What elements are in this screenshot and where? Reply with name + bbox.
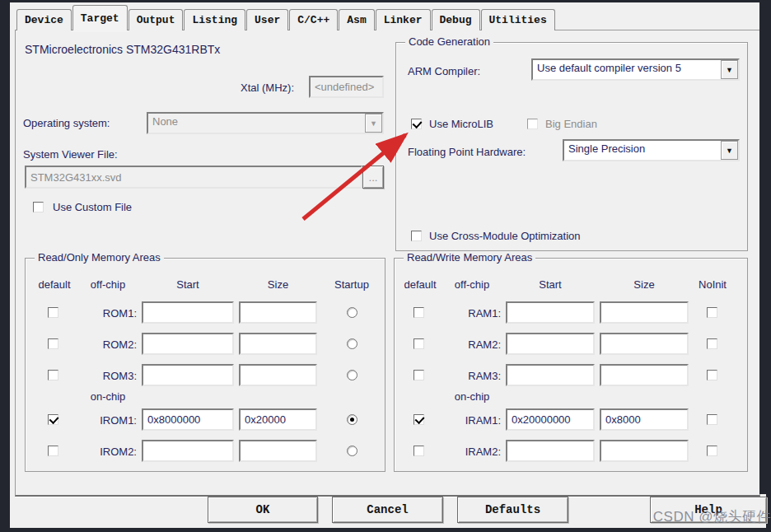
irom2-label: IROM2:: [79, 446, 137, 458]
use-custom-file-label: Use Custom File: [53, 201, 132, 213]
rom2-label: ROM2:: [79, 338, 137, 351]
chevron-down-icon: ▼: [365, 114, 382, 133]
rom3-label: ROM3:: [79, 370, 137, 382]
onchip-label: on-chip: [446, 390, 498, 403]
big-endian-checkbox: [527, 119, 538, 129]
rom1-default-checkbox[interactable]: [48, 307, 58, 318]
big-endian-label: Big Endian: [545, 118, 597, 130]
ram2-noinit-checkbox[interactable]: [707, 338, 717, 349]
arm-compiler-value: Use default compiler version 5: [533, 60, 721, 79]
irom1-size-input[interactable]: [239, 408, 317, 431]
tab-target[interactable]: Target: [72, 5, 128, 30]
ram2-label: RAM2:: [443, 338, 501, 351]
iram2-noinit-checkbox[interactable]: [707, 446, 717, 456]
tab-device[interactable]: Device: [16, 9, 72, 30]
rom2-size-input[interactable]: [239, 333, 317, 355]
cross-module-optimization-checkbox[interactable]: [411, 231, 422, 241]
rom2-default-checkbox[interactable]: [48, 338, 58, 349]
iram1-default-checkbox[interactable]: [414, 414, 424, 425]
ram3-start-input[interactable]: [506, 364, 595, 386]
rom2-startup-radio[interactable]: [347, 338, 357, 349]
ram1-start-input[interactable]: [506, 301, 595, 324]
tab-asm[interactable]: Asm: [339, 9, 374, 30]
rom2-start-input[interactable]: [142, 333, 234, 355]
ram2-default-checkbox[interactable]: [414, 338, 424, 349]
help-button[interactable]: Help: [650, 497, 767, 523]
rom1-size-input[interactable]: [239, 301, 317, 324]
iram1-noinit-checkbox[interactable]: [707, 414, 717, 425]
iram1-size-input[interactable]: [600, 408, 689, 431]
cancel-button[interactable]: Cancel: [332, 497, 443, 523]
tab-output[interactable]: Output: [128, 9, 184, 30]
col-header-default: default: [399, 278, 442, 291]
tab-debug[interactable]: Debug: [432, 9, 480, 30]
ram3-size-input[interactable]: [600, 364, 689, 386]
floating-point-hardware-label: Floating Point Hardware:: [408, 146, 526, 158]
rom1-start-input[interactable]: [142, 301, 234, 324]
rom1-startup-radio[interactable]: [347, 307, 357, 318]
rom3-start-input[interactable]: [142, 364, 234, 386]
cross-module-optimization-label: Use Cross-Module Optimization: [429, 230, 581, 242]
ram1-noinit-checkbox[interactable]: [707, 307, 717, 318]
tab-listing[interactable]: Listing: [184, 9, 245, 30]
irom1-startup-radio[interactable]: [347, 414, 357, 425]
col-header-offchip: off-chip: [446, 278, 498, 291]
iram1-start-input[interactable]: [506, 408, 595, 431]
ram3-noinit-checkbox[interactable]: [707, 370, 717, 380]
ok-button[interactable]: OK: [208, 497, 318, 523]
system-viewer-file-input: [25, 166, 362, 189]
rom3-default-checkbox[interactable]: [48, 370, 58, 380]
operating-system-combo: None ▼: [147, 112, 384, 134]
ram3-label: RAM3:: [443, 370, 501, 382]
read-only-memory-title: Read/Only Memory Areas: [35, 251, 164, 264]
chevron-down-icon[interactable]: ▼: [721, 60, 738, 79]
defaults-button[interactable]: Defaults: [457, 497, 568, 523]
irom2-startup-radio[interactable]: [347, 446, 357, 456]
tab-linker[interactable]: Linker: [376, 9, 431, 30]
irom2-default-checkbox[interactable]: [48, 446, 58, 456]
tab-user[interactable]: User: [246, 9, 288, 30]
code-generation-title: Code Generation: [405, 35, 493, 48]
iram1-label: IRAM1:: [443, 414, 501, 427]
iram2-label: IRAM2:: [443, 446, 501, 458]
floating-point-hardware-value: Single Precision: [564, 141, 721, 160]
tab-utilities[interactable]: Utilities: [481, 9, 555, 30]
operating-system-value: None: [148, 114, 365, 133]
use-custom-file-checkbox[interactable]: [33, 202, 44, 212]
chevron-down-icon[interactable]: ▼: [721, 141, 738, 160]
floating-point-hardware-combo[interactable]: Single Precision ▼: [563, 139, 740, 161]
col-header-size: Size: [600, 278, 689, 291]
irom2-size-input[interactable]: [239, 440, 317, 462]
irom2-start-input[interactable]: [142, 440, 234, 462]
ram2-start-input[interactable]: [506, 333, 595, 355]
tab-ccpp[interactable]: C/C++: [289, 9, 338, 30]
iram2-size-input[interactable]: [600, 440, 689, 462]
ram3-default-checkbox[interactable]: [414, 370, 424, 380]
arm-compiler-combo[interactable]: Use default compiler version 5 ▼: [531, 58, 740, 81]
xtal-input: [309, 76, 384, 98]
col-header-offchip: off-chip: [82, 278, 133, 291]
rom1-label: ROM1:: [79, 307, 137, 320]
read-write-memory-title: Read/Write Memory Areas: [404, 251, 535, 264]
irom1-default-checkbox[interactable]: [48, 414, 58, 425]
col-header-default: default: [33, 278, 76, 291]
tab-bar: Device Target Output Listing User C/C++ …: [16, 6, 556, 30]
ram1-label: RAM1:: [443, 307, 501, 320]
rom3-startup-radio[interactable]: [347, 370, 357, 380]
iram2-default-checkbox[interactable]: [414, 446, 424, 456]
system-viewer-file-label: System Viewer File:: [23, 148, 118, 161]
operating-system-label: Operating system:: [23, 117, 110, 129]
rom3-size-input[interactable]: [239, 364, 317, 386]
ram1-size-input[interactable]: [600, 301, 689, 324]
arm-compiler-label: ARM Compiler:: [408, 65, 480, 77]
use-microlib-checkbox[interactable]: [411, 119, 422, 129]
iram2-start-input[interactable]: [506, 440, 595, 462]
browse-button[interactable]: ...: [362, 166, 384, 189]
ram1-default-checkbox[interactable]: [414, 307, 424, 318]
col-header-startup: Startup: [326, 278, 377, 291]
col-header-start: Start: [506, 278, 595, 291]
device-title: STMicroelectronics STM32G431RBTx: [25, 43, 220, 56]
ram2-size-input[interactable]: [600, 333, 689, 355]
xtal-label: Xtal (MHz):: [241, 82, 294, 94]
irom1-start-input[interactable]: [142, 408, 234, 431]
